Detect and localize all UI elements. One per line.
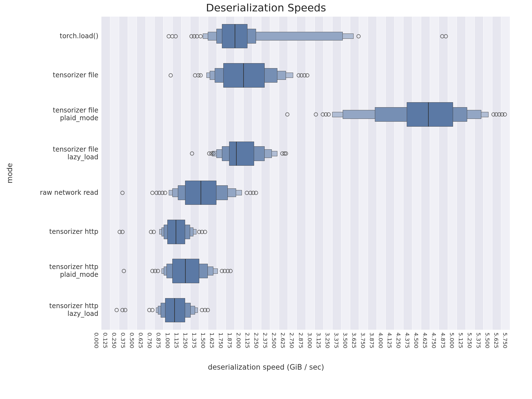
outlier-point [444, 34, 448, 38]
x-tick-label: 1.875 [226, 332, 233, 348]
x-tick-label: 1.000 [164, 332, 171, 348]
y-tick-label: tensorizer file lazy_load [4, 146, 98, 161]
y-tick-label: raw network read [4, 189, 98, 197]
y-tick-label: tensorizer http plaid_mode [4, 264, 98, 279]
outlier-point [123, 308, 127, 312]
x-tick-label: 0.500 [129, 332, 135, 348]
outlier-point [122, 269, 126, 273]
x-tick-label: 2.000 [235, 332, 242, 348]
boxen-layer [165, 298, 185, 323]
x-tick-label: 3.250 [324, 332, 331, 348]
x-tick-label: 3.500 [342, 332, 349, 348]
chart-title: Deserialization Speeds [0, 2, 532, 14]
median-line [185, 259, 186, 283]
x-tick-label: 4.250 [395, 332, 402, 348]
boxen-row [101, 17, 510, 56]
outlier-point [156, 269, 160, 273]
x-tick-label: 3.000 [306, 332, 313, 348]
x-tick-label: 3.375 [333, 332, 340, 348]
x-tick-label: 4.125 [386, 332, 393, 348]
outlier-point [115, 308, 119, 312]
outlier-point [284, 152, 288, 156]
outlier-point [503, 112, 507, 117]
outlier-point [152, 230, 156, 234]
boxen-row [101, 134, 510, 173]
x-tick-label: 0.125 [102, 332, 109, 348]
x-tick-label: 1.500 [200, 332, 206, 348]
boxen-row [101, 95, 510, 134]
x-tick-label: 5.000 [449, 332, 455, 348]
x-tick-label: 2.125 [244, 332, 251, 348]
median-line [428, 102, 429, 127]
boxen-layer [407, 102, 453, 127]
x-tick-label: 4.500 [413, 332, 420, 348]
median-line [174, 298, 175, 323]
boxen-row [101, 291, 510, 330]
x-tick-label: 3.125 [315, 332, 322, 348]
x-tick-label: 0.000 [93, 332, 100, 348]
x-tick-label: 4.375 [404, 332, 411, 348]
x-tick-label: 5.500 [484, 332, 491, 348]
x-axis-label: deserialization speed (GiB / sec) [0, 363, 532, 371]
x-tick-label: 0.250 [111, 332, 117, 348]
x-tick-label: 1.375 [191, 332, 198, 348]
outlier-point [150, 308, 154, 312]
outlier-point [305, 73, 309, 77]
x-tick-label: 3.625 [351, 332, 357, 348]
boxen-layer [223, 63, 265, 88]
x-tick-label: 3.750 [360, 332, 366, 348]
boxen-row [101, 56, 510, 95]
x-tick-label: 4.875 [440, 332, 446, 348]
x-tick-label: 1.125 [173, 332, 180, 348]
median-line [235, 24, 235, 48]
x-tick-label: 1.750 [218, 332, 224, 348]
x-tick-label: 0.625 [137, 332, 144, 348]
x-tick-label: 2.875 [298, 332, 304, 348]
x-tick-label: 5.250 [466, 332, 473, 348]
outlier-point [314, 112, 318, 117]
x-tick-label: 4.750 [431, 332, 437, 348]
outlier-point [206, 308, 210, 312]
outlier-point [203, 230, 207, 234]
x-tick-label: 2.625 [280, 332, 286, 348]
median-line [201, 181, 201, 205]
outlier-point [211, 152, 216, 156]
y-tick-label: tensorizer http lazy_load [4, 303, 98, 318]
y-tick-label: tensorizer http [4, 228, 98, 236]
x-tick-label: 1.250 [182, 332, 189, 348]
x-tick-label: 1.625 [209, 332, 215, 348]
y-axis-label: mode [6, 163, 14, 183]
median-line [236, 142, 237, 166]
x-tick-label: 2.375 [262, 332, 268, 348]
outlier-point [199, 34, 203, 38]
x-tick-label: 2.250 [253, 332, 260, 348]
x-tick-label: 0.375 [120, 332, 126, 348]
x-tick-label: 5.750 [502, 332, 508, 348]
outlier-point [174, 34, 178, 38]
x-tick-label: 3.875 [369, 332, 375, 348]
outlier-point [326, 112, 331, 117]
outlier-point [228, 269, 232, 273]
y-tick-label: tensorizer file [4, 71, 98, 79]
median-line [176, 220, 176, 244]
boxen-layer [172, 259, 199, 283]
outlier-point [150, 191, 154, 195]
outlier-point [190, 152, 194, 156]
x-tick-label: 4.625 [422, 332, 428, 348]
x-tick-label: 4.000 [377, 332, 384, 348]
y-tick-label: torch.load() [4, 32, 98, 40]
x-tick-label: 5.375 [475, 332, 482, 348]
outlier-point [163, 191, 167, 195]
x-tick-label: 0.750 [146, 332, 153, 348]
boxen-row [101, 212, 510, 251]
outlier-point [285, 112, 290, 117]
boxen-row [101, 173, 510, 212]
outlier-point [120, 230, 124, 234]
x-tick-label: 5.125 [457, 332, 464, 348]
x-tick-label: 5.625 [493, 332, 500, 348]
boxen-layer [229, 142, 254, 166]
y-tick-label: tensorizer file plaid_mode [4, 107, 98, 122]
x-tick-label: 0.875 [155, 332, 162, 348]
x-tick-label: 2.500 [271, 332, 277, 348]
x-tick-label: 2.750 [288, 332, 295, 348]
